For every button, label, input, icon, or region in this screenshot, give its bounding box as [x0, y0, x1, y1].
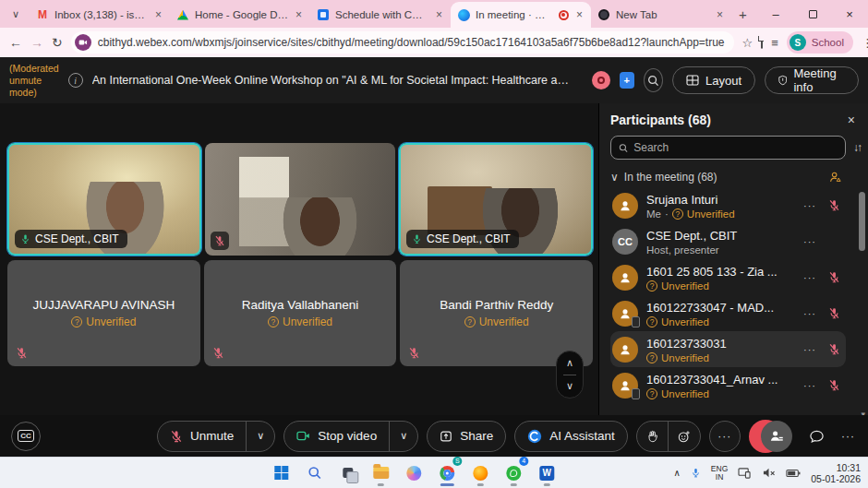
- meeting-header: (Moderated unmute mode) i An Internation…: [0, 57, 868, 103]
- search-button[interactable]: [644, 68, 663, 92]
- audio-options-chevron-icon[interactable]: ∨: [247, 430, 274, 442]
- tab-close-icon[interactable]: ×: [153, 8, 163, 21]
- search-input[interactable]: [633, 141, 838, 154]
- avatar: [612, 193, 638, 219]
- layout-button[interactable]: Layout: [672, 66, 755, 94]
- audio-only-tile[interactable]: Bandi Parthiv Reddy ?Unverified: [400, 260, 593, 366]
- back-icon[interactable]: ←: [9, 35, 22, 50]
- chevron-down-icon[interactable]: ∨: [566, 380, 573, 392]
- unverified-users-icon[interactable]: [828, 171, 842, 184]
- mic-muted-icon[interactable]: [828, 343, 840, 355]
- raise-hand-button[interactable]: [637, 430, 668, 443]
- battery-icon[interactable]: [786, 468, 801, 479]
- tab-close-icon[interactable]: ×: [434, 8, 444, 21]
- more-options-button[interactable]: ···: [709, 421, 741, 452]
- side-panel-icon[interactable]: ≡: [771, 36, 778, 50]
- clock[interactable]: 10:31 05-01-2026: [811, 462, 861, 484]
- reaction-button[interactable]: [669, 430, 700, 443]
- panel-close-icon[interactable]: ×: [848, 113, 855, 127]
- participant-row[interactable]: 160123733041_Arnav ... ?Unverified ···: [610, 367, 846, 403]
- firefox-button[interactable]: [470, 460, 490, 486]
- stop-video-button[interactable]: Stop video: [284, 429, 389, 443]
- in-meeting-section[interactable]: ∨ In the meeting (68): [610, 171, 862, 184]
- chrome-button[interactable]: S: [437, 460, 457, 486]
- mic-muted-icon[interactable]: [828, 199, 840, 211]
- participant-row[interactable]: 160122733047 - MAD... ?Unverified ···: [610, 295, 846, 331]
- video-tile-speaking[interactable]: CSE Dept., CBIT: [399, 143, 593, 256]
- whatsapp-button[interactable]: 4: [503, 460, 524, 486]
- closed-captions-button[interactable]: CC: [11, 422, 41, 451]
- cast-screen-icon[interactable]: [738, 467, 752, 479]
- mic-muted-icon[interactable]: [828, 271, 840, 283]
- copilot-button[interactable]: [404, 460, 424, 486]
- video-page-navigator[interactable]: ∧ ∨: [556, 351, 584, 399]
- participant-row-highlighted[interactable]: 160123733031 ?Unverified ···: [610, 331, 846, 367]
- extensions-icon[interactable]: [761, 37, 763, 49]
- start-button[interactable]: [271, 460, 291, 486]
- video-options-chevron-icon[interactable]: ∨: [390, 430, 417, 442]
- tab-search-chevron-icon[interactable]: ∨: [6, 4, 26, 24]
- tab-schedule[interactable]: Schedule with Contact N ×: [310, 2, 451, 28]
- apps-calendar-icon[interactable]: +: [620, 72, 634, 89]
- chat-icon[interactable]: [809, 429, 825, 444]
- browser-menu-icon[interactable]: ⋮: [862, 36, 868, 50]
- window-close-button[interactable]: ×: [831, 0, 868, 28]
- window-restore-button[interactable]: [794, 0, 831, 28]
- more-options-icon[interactable]: ···: [803, 380, 816, 391]
- tab-webex-meeting[interactable]: In meeting · Meeting ×: [451, 2, 591, 28]
- volume-muted-icon[interactable]: [762, 467, 776, 479]
- more-panels-icon[interactable]: ···: [841, 430, 855, 443]
- audio-only-tile[interactable]: Raditya Vallabhaneni ?Unverified: [204, 260, 397, 366]
- forward-icon[interactable]: →: [30, 35, 43, 50]
- participants-toggle-button[interactable]: [761, 421, 792, 452]
- participant-row[interactable]: 1601 25 805 133 - Zia ... ?Unverified ··…: [610, 259, 846, 295]
- bookmark-star-icon[interactable]: ☆: [742, 36, 753, 50]
- more-options-icon[interactable]: ···: [803, 236, 816, 247]
- info-icon[interactable]: i: [68, 73, 83, 88]
- panel-scrollbar[interactable]: ▾: [859, 192, 865, 406]
- tab-gmail[interactable]: M Inbox (3,138) - isrujana_c ×: [30, 2, 170, 28]
- new-tab-button[interactable]: +: [739, 6, 747, 22]
- audio-only-tile[interactable]: JUJJAVARAPU AVINASH ?Unverified: [7, 260, 200, 366]
- tab-close-icon[interactable]: ×: [574, 8, 585, 21]
- stop-video-control: Stop video ∨: [283, 421, 418, 452]
- url-text: cbithyd.webex.com/wbxmjs/joinservice/sit…: [98, 36, 725, 49]
- sort-icon[interactable]: ↓↑: [853, 141, 861, 154]
- profile-name: School: [812, 37, 844, 48]
- tab-google-drive[interactable]: Home - Google Drive ×: [170, 2, 310, 28]
- scrollbar-thumb[interactable]: [859, 192, 865, 251]
- recording-indicator-icon[interactable]: [592, 71, 610, 89]
- tray-expand-icon[interactable]: ∧: [674, 468, 681, 478]
- file-explorer-button[interactable]: [370, 460, 391, 486]
- task-view-button[interactable]: [337, 460, 357, 486]
- chevron-up-icon[interactable]: ∧: [566, 357, 573, 369]
- taskbar-search-button[interactable]: [304, 460, 324, 486]
- more-options-icon[interactable]: ···: [803, 272, 816, 283]
- tab-close-icon[interactable]: ×: [715, 8, 725, 21]
- reload-icon[interactable]: ↻: [52, 35, 63, 50]
- share-button[interactable]: Share: [428, 429, 505, 443]
- person-icon: [619, 199, 632, 212]
- language-indicator[interactable]: ENGIN: [711, 465, 728, 482]
- participants-search[interactable]: [610, 136, 846, 160]
- tab-close-icon[interactable]: ×: [294, 8, 304, 21]
- more-options-icon[interactable]: ···: [803, 200, 816, 211]
- ai-assistant-button[interactable]: AI Assistant: [515, 429, 627, 444]
- more-options-icon[interactable]: ···: [803, 344, 816, 355]
- mic-muted-icon[interactable]: [828, 379, 840, 391]
- tab-new-tab[interactable]: New Tab ×: [591, 2, 731, 28]
- unmute-button[interactable]: Unmute: [158, 429, 246, 443]
- copilot-icon: [406, 466, 421, 481]
- browser-profile-chip[interactable]: S School: [787, 31, 853, 54]
- participant-row[interactable]: CC CSE Dept., CBIT Host, presenter ···: [610, 223, 846, 259]
- meeting-info-button[interactable]: Meeting info: [765, 66, 859, 94]
- more-options-icon[interactable]: ···: [803, 308, 816, 319]
- mic-muted-icon[interactable]: [828, 307, 840, 319]
- video-tile-speaking[interactable]: CSE Dept., CBIT: [7, 143, 201, 256]
- window-minimize-button[interactable]: –: [757, 0, 794, 28]
- participant-row[interactable]: Srujana Inturi Me · ?Unverified ···: [610, 187, 846, 223]
- video-tile[interactable]: [205, 143, 395, 256]
- address-bar[interactable]: cbithyd.webex.com/wbxmjs/joinservice/sit…: [71, 31, 734, 54]
- tray-mic-icon[interactable]: [691, 467, 701, 479]
- word-button[interactable]: W: [536, 460, 557, 486]
